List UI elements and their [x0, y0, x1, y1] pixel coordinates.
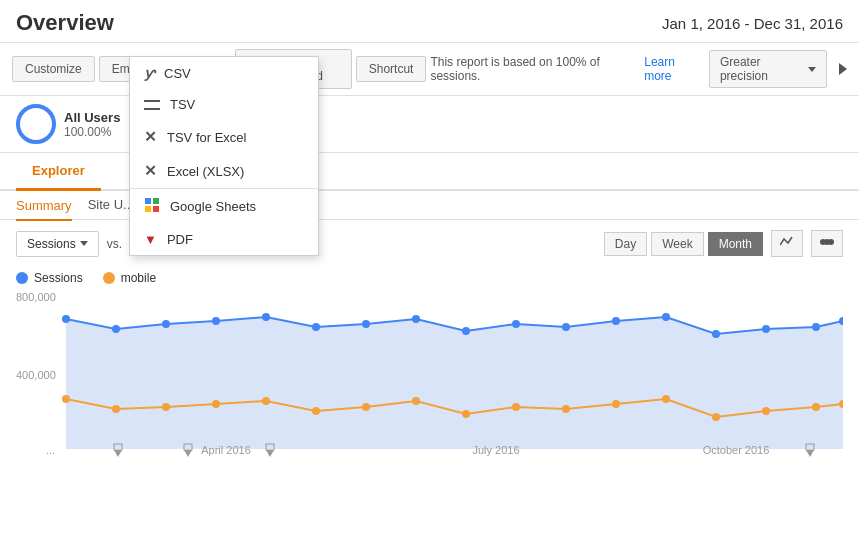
excel-icon: ✕ — [144, 162, 157, 180]
segment-circle — [16, 104, 56, 144]
day-button[interactable]: Day — [604, 232, 647, 256]
right-controls: Day Week Month — [604, 230, 843, 257]
shortcut-button[interactable]: Shortcut — [356, 56, 427, 82]
mobile-dot — [103, 272, 115, 284]
sessions-dot-10 — [512, 320, 520, 328]
tab-explorer[interactable]: Explorer — [16, 153, 101, 191]
precision-label: Greater precision — [720, 55, 804, 83]
week-button[interactable]: Week — [651, 232, 703, 256]
x-label-april: April 2016 — [201, 444, 251, 456]
legend-sessions: Sessions — [16, 271, 83, 285]
annotation-arrow-2 — [184, 450, 192, 457]
csv-icon: ƴ — [144, 65, 154, 81]
page-title: Overview — [16, 10, 114, 36]
export-tsv-excel-item[interactable]: ✕ TSV for Excel — [130, 120, 318, 154]
mobile-dot-11 — [562, 405, 570, 413]
y-label-400k: 400,000 — [16, 369, 56, 381]
export-excel-item[interactable]: ✕ Excel (XLSX) — [130, 154, 318, 188]
sessions-dot-12 — [612, 317, 620, 325]
legend-mobile: mobile — [103, 271, 156, 285]
mobile-dot-15 — [762, 407, 770, 415]
mobile-dot-16 — [812, 403, 820, 411]
sessions-dot-1 — [62, 315, 70, 323]
annotation-arrow-1 — [114, 450, 122, 457]
x-label-october: October 2016 — [703, 444, 770, 456]
month-button[interactable]: Month — [708, 232, 763, 256]
sessions-fill — [66, 317, 843, 449]
mobile-dot-6 — [312, 407, 320, 415]
vs-label: vs. — [107, 237, 122, 251]
metric-chevron-icon — [80, 241, 88, 246]
export-csv-item[interactable]: ƴ CSV — [130, 57, 318, 89]
page-header: Overview Jan 1, 2016 - Dec 31, 2016 — [0, 0, 859, 43]
mobile-dot-14 — [712, 413, 720, 421]
x-label-july: July 2016 — [472, 444, 519, 456]
sessions-dot-15 — [762, 325, 770, 333]
sessions-dot-7 — [362, 320, 370, 328]
export-tsv-item[interactable]: TSV — [130, 89, 318, 120]
mobile-dot-7 — [362, 403, 370, 411]
learn-more-link[interactable]: Learn more — [644, 55, 701, 83]
export-pdf-item[interactable]: ▼ PDF — [130, 224, 318, 255]
mobile-dot-8 — [412, 397, 420, 405]
sessions-dot-9 — [462, 327, 470, 335]
export-dropdown: ƴ CSV TSV ✕ TSV for Excel ✕ Excel (XLSX)… — [129, 56, 319, 256]
y-label-800k: 800,000 — [16, 291, 56, 303]
chart-area: 800,000 400,000 — [0, 289, 859, 459]
sessions-dot-14 — [712, 330, 720, 338]
toolbar-right: This report is based on 100% of sessions… — [430, 50, 847, 88]
svg-rect-0 — [145, 198, 151, 204]
mobile-dot-4 — [212, 400, 220, 408]
sessions-dot-4 — [212, 317, 220, 325]
mobile-dot-1 — [62, 395, 70, 403]
metric-label: Sessions — [27, 237, 76, 251]
svg-rect-3 — [153, 206, 159, 212]
tsv-excel-icon: ✕ — [144, 128, 157, 146]
precision-button[interactable]: Greater precision — [709, 50, 827, 88]
sessions-dot-13 — [662, 313, 670, 321]
bar-chart-icon — [820, 235, 834, 249]
mobile-dot-13 — [662, 395, 670, 403]
segment-pct: 100.00% — [64, 125, 120, 139]
sessions-dot-2 — [112, 325, 120, 333]
line-chart-icon — [780, 235, 794, 249]
sheets-icon — [144, 197, 160, 216]
pdf-icon: ▼ — [144, 232, 157, 247]
mobile-dot-5 — [262, 397, 270, 405]
sessions-dot-11 — [562, 323, 570, 331]
segment-inner — [25, 113, 47, 135]
tsv-icon — [144, 100, 160, 110]
line-chart-button[interactable] — [771, 230, 803, 257]
sessions-dot — [16, 272, 28, 284]
date-range: Jan 1, 2016 - Dec 31, 2016 — [662, 15, 843, 32]
sessions-dot-16 — [812, 323, 820, 331]
sessions-dot-6 — [312, 323, 320, 331]
annotation-arrow-4 — [806, 450, 814, 457]
segment-info: All Users 100.00% — [64, 110, 120, 139]
export-sheets-item[interactable]: Google Sheets — [130, 189, 318, 224]
subtab-summary[interactable]: Summary — [16, 192, 72, 221]
svg-rect-1 — [153, 198, 159, 204]
sessions-dot-8 — [412, 315, 420, 323]
mobile-dot-2 — [112, 405, 120, 413]
annotation-arrow-3 — [266, 450, 274, 457]
sessions-legend-label: Sessions — [34, 271, 83, 285]
bar-chart-button[interactable] — [811, 230, 843, 257]
subtab-siteusage[interactable]: Site U... — [88, 191, 134, 221]
mobile-dot-10 — [512, 403, 520, 411]
svg-point-6 — [828, 239, 834, 245]
customize-button[interactable]: Customize — [12, 56, 95, 82]
chart-svg: 800,000 400,000 — [16, 289, 843, 459]
primary-segment[interactable]: All Users 100.00% — [16, 104, 120, 144]
mobile-dot-3 — [162, 403, 170, 411]
mobile-dot-12 — [612, 400, 620, 408]
mobile-legend-label: mobile — [121, 271, 156, 285]
mobile-dot-9 — [462, 410, 470, 418]
chart-legend: Sessions mobile — [0, 267, 859, 289]
arrow-right-icon — [839, 63, 847, 75]
sessions-dot-5 — [262, 313, 270, 321]
metric-select[interactable]: Sessions — [16, 231, 99, 257]
x-label-start: ... — [46, 444, 55, 456]
segment-name: All Users — [64, 110, 120, 125]
chevron-down-icon — [808, 67, 816, 72]
